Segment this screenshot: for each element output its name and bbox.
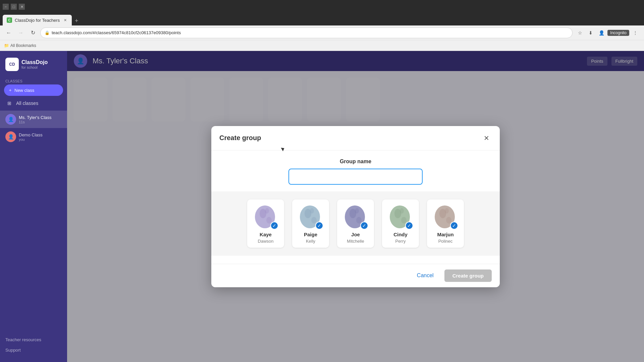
student-last-name: Perry xyxy=(395,239,406,244)
svg-point-3 xyxy=(265,208,269,214)
svg-point-15 xyxy=(400,208,404,214)
svg-point-18 xyxy=(446,217,451,224)
modal-header: Create group ✕ xyxy=(211,126,500,150)
sidebar-footer: Teacher resources Support xyxy=(0,332,67,358)
student-last-name: Kelly xyxy=(306,239,315,244)
back-button[interactable]: ← xyxy=(4,28,13,38)
cancel-button[interactable]: Cancel xyxy=(412,270,439,281)
bookmarks-bar: 📁 All Bookmarks xyxy=(0,40,644,51)
student-selected-badge: ✓ xyxy=(450,222,458,230)
support-link[interactable]: Support xyxy=(0,345,67,355)
create-group-button[interactable]: Create group xyxy=(444,269,492,282)
student-first-name: Paige xyxy=(304,232,317,237)
students-section: ✓ Kaye Dawson ✓ Paige Kelly xyxy=(211,191,500,256)
tab-close-button[interactable]: ✕ xyxy=(62,17,68,23)
modal-overlay: Create group ✕ Group name xyxy=(67,51,644,362)
group-name-input[interactable] xyxy=(288,169,423,185)
logo-icon: CD xyxy=(5,58,19,71)
student-selected-badge: ✓ xyxy=(270,222,278,230)
sidebar: CD ClassDojo for school Classes ＋ New cl… xyxy=(0,51,67,362)
student-card[interactable]: ✓ Kaye Dawson xyxy=(247,199,284,248)
new-tab-button[interactable]: + xyxy=(72,16,81,25)
student-selected-badge: ✓ xyxy=(360,222,368,230)
modal-title: Create group xyxy=(219,134,261,142)
student-last-name: Dawson xyxy=(258,239,274,244)
student-last-name: Mitchelle xyxy=(347,239,364,244)
student-avatar-wrapper: ✓ xyxy=(432,203,459,230)
student-avatar-wrapper: ✓ xyxy=(387,203,414,230)
brand-subtitle: for school xyxy=(21,65,48,69)
forward-button[interactable]: → xyxy=(16,28,25,38)
incognito-badge: Incognito xyxy=(607,30,629,36)
browser-chrome: − □ ✕ C ClassDojo for Teachers ✕ + ← → ↻… xyxy=(0,0,644,51)
demo-class-sub: you xyxy=(19,137,43,141)
student-avatar-wrapper: ✓ xyxy=(342,203,369,230)
bookmark-button[interactable]: ☆ xyxy=(575,28,585,38)
student-last-name: Polinec xyxy=(438,239,453,244)
student-card[interactable]: ✓ Paige Kelly xyxy=(292,199,329,248)
lock-icon: 🔒 xyxy=(45,31,50,35)
all-classes-icon: ⊞ xyxy=(5,99,13,107)
page-content: CD ClassDojo for school Classes ＋ New cl… xyxy=(0,51,644,362)
student-avatar-wrapper: ✓ xyxy=(252,203,279,230)
new-class-icon: ＋ xyxy=(8,87,12,93)
tylers-class-name: Ms. Tyler's Class xyxy=(19,115,52,120)
demo-class-avatar: 👤 xyxy=(5,131,16,142)
svg-point-6 xyxy=(311,217,317,224)
teacher-resources-link[interactable]: Teacher resources xyxy=(0,335,67,345)
url-bar[interactable]: 🔒 teach.classdojo.com/#/classes/65974c81… xyxy=(40,27,573,38)
address-bar: ← → ↻ 🔒 teach.classdojo.com/#/classes/65… xyxy=(0,25,644,40)
svg-point-2 xyxy=(266,217,272,224)
reload-button[interactable]: ↻ xyxy=(28,28,38,38)
tylers-class-avatar: 👤 xyxy=(5,114,16,125)
student-selected-badge: ✓ xyxy=(405,222,413,230)
tab-title: ClassDojo for Teachers xyxy=(15,18,60,23)
browser-titlebar: − □ ✕ xyxy=(0,0,644,13)
window-controls: − □ ✕ xyxy=(3,4,25,10)
sidebar-item-demo-class[interactable]: 👤 Demo Class you xyxy=(0,128,67,145)
tab-bar: C ClassDojo for Teachers ✕ + xyxy=(0,13,644,25)
profile-button[interactable]: 👤 xyxy=(597,28,606,38)
menu-button[interactable]: ⋮ xyxy=(631,28,640,38)
svg-point-14 xyxy=(401,217,407,224)
students-grid: ✓ Kaye Dawson ✓ Paige Kelly xyxy=(219,199,492,248)
student-first-name: Joe xyxy=(351,232,360,237)
svg-point-11 xyxy=(355,208,359,214)
demo-class-name: Demo Class xyxy=(19,132,43,137)
group-name-label: Group name xyxy=(219,159,492,165)
all-classes-label: All classes xyxy=(16,101,38,106)
teacher-resources-label: Teacher resources xyxy=(5,337,41,342)
main-area: 👤 Ms. Tyler's Class Points Fullbright xyxy=(67,51,644,362)
minimize-button[interactable]: − xyxy=(3,4,9,10)
svg-point-10 xyxy=(356,217,362,224)
sidebar-logo: CD ClassDojo for school xyxy=(0,55,67,76)
active-tab[interactable]: C ClassDojo for Teachers ✕ xyxy=(3,15,72,25)
student-first-name: Kaye xyxy=(260,232,272,237)
new-class-button[interactable]: ＋ New class xyxy=(4,84,63,96)
student-card[interactable]: ✓ Cindy Perry xyxy=(382,199,419,248)
student-card[interactable]: ✓ Joe Mitchelle xyxy=(337,199,374,248)
bookmarks-label[interactable]: All Bookmarks xyxy=(10,43,36,48)
tab-favicon: C xyxy=(7,17,12,23)
modal-footer: Cancel Create group xyxy=(211,264,500,287)
close-button[interactable]: ✕ xyxy=(19,4,25,10)
sidebar-item-all-classes[interactable]: ⊞ All classes xyxy=(0,96,67,111)
modal-body: Group name ✓ Kaye Dawson xyxy=(211,150,500,264)
browser-actions: ☆ ⬇ 👤 Incognito ⋮ xyxy=(575,28,640,38)
student-first-name: Cindy xyxy=(393,232,408,237)
student-card[interactable]: ✓ Marjun Polinec xyxy=(427,199,464,248)
url-text: teach.classdojo.com/#/classes/65974c810c… xyxy=(52,30,568,35)
tylers-class-sub: 11s xyxy=(19,120,52,124)
student-first-name: Marjun xyxy=(437,232,453,237)
new-class-label: New class xyxy=(14,88,34,93)
classes-section-label: Classes xyxy=(0,76,67,84)
bookmarks-folder-icon: 📁 xyxy=(4,43,9,48)
student-avatar-wrapper: ✓ xyxy=(297,203,324,230)
student-selected-badge: ✓ xyxy=(315,222,323,230)
maximize-button[interactable]: □ xyxy=(11,4,17,10)
download-button[interactable]: ⬇ xyxy=(586,28,595,38)
modal-close-button[interactable]: ✕ xyxy=(481,133,492,143)
svg-point-19 xyxy=(445,208,449,214)
sidebar-item-tylers-class[interactable]: 👤 Ms. Tyler's Class 11s xyxy=(0,111,67,128)
create-group-modal: Create group ✕ Group name xyxy=(211,126,500,287)
